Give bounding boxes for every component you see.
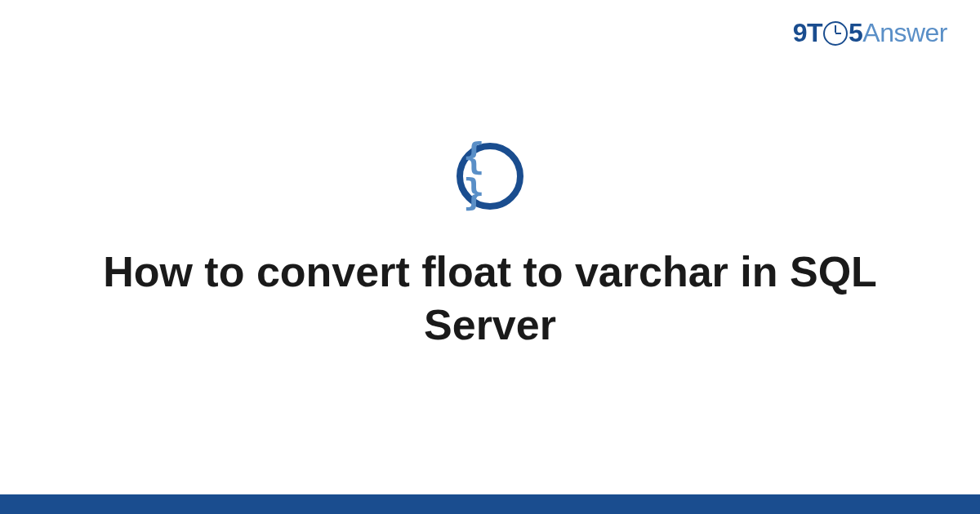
code-braces-icon: { } [457, 143, 523, 210]
main-content: { } How to convert float to varchar in S… [0, 0, 980, 494]
page-title: How to convert float to varchar in SQL S… [82, 246, 898, 352]
footer-bar [0, 494, 980, 514]
braces-glyph: { } [463, 139, 517, 210]
